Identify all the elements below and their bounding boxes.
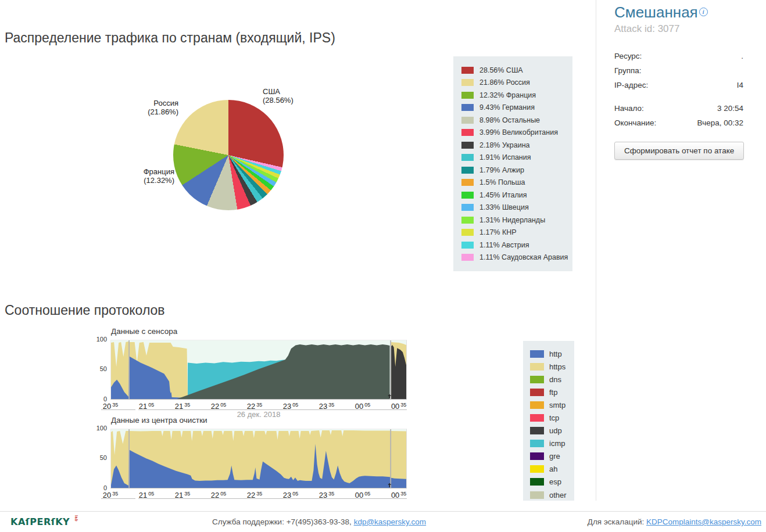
- legend-swatch: [530, 363, 544, 371]
- detail-label: IP-адрес:: [614, 81, 675, 89]
- legend-swatch: [530, 478, 544, 486]
- legend-label: 8.98% Остальные: [479, 116, 540, 124]
- time-marker-line: [390, 340, 391, 399]
- legend-label: https: [549, 362, 565, 371]
- country-legend-item: 12.32% Франция: [461, 89, 564, 102]
- legend-swatch: [530, 452, 544, 460]
- legend-swatch: [461, 79, 474, 86]
- detail-label: Группа:: [614, 66, 675, 75]
- legend-label: udp: [549, 426, 562, 435]
- support-info: Служба поддержки: +7(495)363-93-38, kdp@…: [212, 517, 426, 526]
- attack-sidebar: Смешаннаяi Attack id: 3077 Ресурс:.Групп…: [614, 0, 743, 160]
- protocol-legend-item: smtp: [530, 398, 567, 411]
- country-legend-item: 1.31% Нидерланды: [461, 214, 564, 227]
- kaspersky-logo: KAſPERſKY: [10, 516, 70, 527]
- y-tick: 50: [86, 365, 107, 372]
- attack-detail-row: Начало:3 20:54: [614, 101, 743, 116]
- legend-label: 1.45% Италия: [479, 191, 527, 199]
- country-legend-item: 28.56% США: [461, 64, 564, 77]
- generate-report-button[interactable]: Сформировать отчет по атаке: [614, 142, 744, 160]
- sidebar-divider: [596, 0, 596, 501]
- plot-area[interactable]: [110, 340, 407, 400]
- sensor-data-chart: Данные с сенсора100500%20352105213522052…: [0, 327, 430, 420]
- protocol-legend-item: https: [530, 360, 567, 373]
- legend-label: 1.33% Швеция: [479, 203, 529, 211]
- country-legend-item: 21.86% Россия: [461, 77, 564, 89]
- legend-swatch: [530, 440, 544, 447]
- protocols-section-title: Соотношение протоколов: [5, 303, 165, 318]
- country-legend-item: 3.99% Великобритания: [461, 127, 564, 139]
- protocol-legend-item: dns: [530, 373, 567, 386]
- legend-label: 1.31% Нидерланды: [479, 216, 545, 224]
- legend-swatch: [461, 129, 474, 136]
- attack-detail-row: Окончание:Вчера, 00:32: [614, 116, 743, 130]
- legend-label: 3.99% Великобритания: [479, 128, 558, 136]
- legend-swatch: [530, 350, 544, 358]
- legend-label: gre: [549, 452, 560, 461]
- plot-area[interactable]: [110, 429, 407, 488]
- info-icon[interactable]: i: [699, 8, 708, 16]
- legend-swatch: [461, 154, 474, 161]
- country-legend-item: 1.33% Швеция: [461, 202, 564, 214]
- legend-label: tcp: [549, 414, 559, 422]
- legend-swatch: [461, 92, 474, 99]
- pie-callout-france: Франция(12.32%): [130, 167, 174, 185]
- legend-label: ah: [549, 465, 557, 473]
- legend-label: dns: [549, 375, 561, 384]
- attack-details: Ресурс:.Группа:IP-адрес:I4Начало:3 20:54…: [614, 49, 743, 130]
- detail-label: Начало:: [614, 104, 675, 113]
- protocol-legend-item: gre: [530, 450, 567, 463]
- protocol-legend-item: tcp: [530, 411, 567, 424]
- legend-swatch: [530, 401, 544, 409]
- legend-label: 1.11% Саудовская Аравия: [479, 253, 568, 261]
- legend-swatch: [461, 217, 474, 224]
- protocol-legend-item: udp: [530, 425, 567, 437]
- detail-label: Ресурс:: [614, 52, 675, 60]
- legend-swatch: [461, 179, 474, 186]
- x-axis: 203521052135220522352305233500050035: [110, 490, 407, 498]
- legend-label: 2.18% Украина: [479, 141, 530, 149]
- attack-dashboard: Распределение трафика по странам (входящ…: [0, 0, 766, 532]
- legend-swatch: [461, 167, 474, 174]
- country-legend-item: 1.11% Саудовская Аравия: [461, 251, 564, 264]
- protocol-legend-item: esp: [530, 476, 567, 488]
- legend-swatch: [461, 254, 474, 261]
- legend-label: http: [549, 350, 562, 358]
- chart-title: Данные из центра очистки: [111, 416, 207, 425]
- legend-swatch: [461, 242, 474, 249]
- country-legend-item: 8.98% Остальные: [461, 114, 564, 127]
- country-traffic-pie-chart[interactable]: [173, 100, 284, 210]
- pie-callout-usa: США(28.56%): [263, 87, 293, 105]
- countries-section-title: Распределение трафика по странам (входящ…: [5, 30, 335, 46]
- legend-swatch: [461, 104, 474, 111]
- time-marker-line: [128, 429, 130, 488]
- escalation-info: Для эскалаций: KDPComplaints@kaspersky.c…: [588, 517, 761, 526]
- attack-detail-row: Группа:: [614, 63, 743, 78]
- footer: KAſPERſKY lab Служба поддержки: +7(495)3…: [0, 511, 766, 532]
- country-legend-item: 1.11% Австрия: [461, 239, 564, 251]
- detail-label: Окончание:: [614, 118, 675, 127]
- legend-label: 21.86% Россия: [479, 78, 530, 87]
- legend-label: ftp: [549, 388, 557, 397]
- time-marker-line: [390, 429, 391, 488]
- legend-swatch: [530, 427, 544, 434]
- detail-value: .: [675, 52, 743, 60]
- country-legend-item: 2.18% Украина: [461, 139, 564, 152]
- legend-label: icmp: [549, 439, 565, 448]
- country-legend-item: 1.5% Польша: [461, 177, 564, 189]
- escalation-email-link[interactable]: KDPComplaints@kaspersky.com: [646, 517, 761, 526]
- legend-swatch: [530, 376, 544, 383]
- legend-swatch: [530, 389, 544, 396]
- support-email-link[interactable]: kdp@kaspersky.com: [354, 517, 427, 526]
- country-legend-item: 1.79% Алжир: [461, 164, 564, 177]
- legend-swatch: [461, 192, 474, 199]
- attack-detail-row: Ресурс:.: [614, 49, 743, 63]
- legend-swatch: [461, 142, 474, 149]
- legend-label: 1.11% Австрия: [479, 241, 529, 249]
- detail-value: Вчера, 00:32: [675, 118, 743, 127]
- cleaning-center-chart: Данные из центра очистки100500%203521052…: [0, 416, 430, 501]
- protocol-legend-item: ftp: [530, 386, 567, 398]
- protocol-legend-item: ah: [530, 463, 567, 476]
- legend-label: 1.91% Испания: [479, 153, 531, 161]
- country-legend-item: 1.45% Италия: [461, 189, 564, 202]
